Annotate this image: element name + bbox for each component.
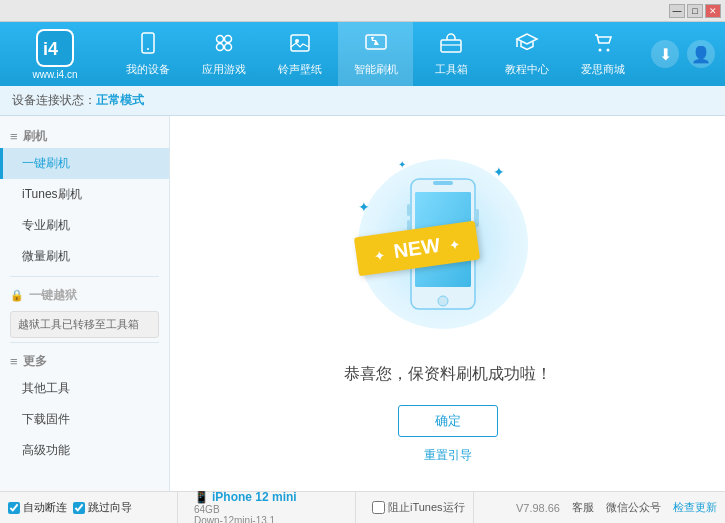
nav-my-device-label: 我的设备 — [126, 62, 170, 77]
device-name-text: iPhone 12 mini — [212, 490, 297, 504]
sidebar-item-download-fw[interactable]: 下载固件 — [0, 404, 169, 435]
nav-apps-icon — [212, 31, 236, 59]
stop-itunes-checkbox[interactable] — [372, 501, 385, 514]
auto-reconnect-checkbox[interactable] — [8, 502, 20, 514]
nav-wallpaper-label: 铃声壁纸 — [278, 62, 322, 77]
other-tools-label: 其他工具 — [22, 380, 70, 397]
maximize-button[interactable]: □ — [687, 4, 703, 18]
nav-item-tutorial[interactable]: 教程中心 — [489, 22, 565, 86]
jailbreak-label: 一键越狱 — [29, 287, 77, 304]
svg-point-5 — [224, 36, 231, 43]
stop-itunes: 阻止iTunes运行 — [364, 492, 474, 523]
retry-link[interactable]: 重置引导 — [424, 447, 472, 464]
nav-item-shop[interactable]: 爱思商城 — [565, 22, 641, 86]
nav-my-device-icon — [136, 31, 160, 59]
bottom-bar: 自动断连 跳过向导 📱 iPhone 12 mini 64GB Down-12m… — [0, 491, 725, 523]
skip-guide-checkbox[interactable] — [73, 502, 85, 514]
sidebar-item-pro-flash[interactable]: 专业刷机 — [0, 210, 169, 241]
nav-item-wallpaper[interactable]: 铃声壁纸 — [262, 22, 338, 86]
success-message: 恭喜您，保资料刷机成功啦！ — [344, 364, 552, 385]
nav-item-apps[interactable]: 应用游戏 — [186, 22, 262, 86]
sidebar-section-jailbreak: 🔒 一键越狱 — [0, 281, 169, 307]
new-badge-text: NEW — [392, 233, 441, 261]
nav-toolbox-icon — [439, 31, 463, 59]
svg-rect-11 — [441, 40, 461, 52]
status-value: 正常模式 — [96, 92, 144, 109]
itunes-flash-label: iTunes刷机 — [22, 186, 82, 203]
nav-item-smart-flash[interactable]: 智能刷机 — [338, 22, 414, 86]
nav-wallpaper-icon — [288, 31, 312, 59]
auto-reconnect-checkbox-item[interactable]: 自动断连 — [8, 500, 67, 515]
skip-guide-label: 跳过向导 — [88, 500, 132, 515]
nav-toolbox-label: 工具箱 — [435, 62, 468, 77]
nav-smart-flash-icon — [364, 31, 388, 59]
service-link[interactable]: 客服 — [572, 500, 594, 515]
advanced-label: 高级功能 — [22, 442, 70, 459]
success-visual: ✦ ✦ ✦ — [348, 144, 548, 344]
device-section: 📱 iPhone 12 mini 64GB Down-12mini-13,1 — [186, 492, 356, 523]
sparkle-1: ✦ — [493, 164, 505, 180]
device-model: Down-12mini-13,1 — [194, 515, 347, 524]
minimize-button[interactable]: — — [669, 4, 685, 18]
wechat-link[interactable]: 微信公众号 — [606, 500, 661, 515]
sidebar-item-advanced[interactable]: 高级功能 — [0, 435, 169, 466]
title-bar: — □ ✕ — [0, 0, 725, 22]
svg-point-7 — [224, 44, 231, 51]
more-section-icon: ≡ — [10, 354, 18, 369]
close-button[interactable]: ✕ — [705, 4, 721, 18]
logo-icon: i4 — [36, 29, 74, 67]
sidebar-item-one-click-flash[interactable]: 一键刷机 — [0, 148, 169, 179]
sidebar-item-downg-flash[interactable]: 微量刷机 — [0, 241, 169, 272]
nav-right: ⬇ 👤 — [641, 22, 725, 86]
svg-rect-21 — [407, 204, 410, 216]
lock-icon: 🔒 — [10, 289, 24, 302]
sidebar-divider-2 — [10, 342, 159, 343]
sidebar-section-more: ≡ 更多 — [0, 347, 169, 373]
svg-rect-20 — [475, 209, 479, 227]
one-click-flash-label: 一键刷机 — [22, 155, 70, 172]
device-name: 📱 iPhone 12 mini — [194, 490, 347, 504]
svg-text:i4: i4 — [43, 39, 58, 59]
phone-small-icon: 📱 — [194, 490, 209, 504]
check-update-link[interactable]: 检查更新 — [673, 500, 717, 515]
pro-flash-label: 专业刷机 — [22, 217, 70, 234]
svg-point-3 — [147, 48, 149, 50]
sidebar-item-other-tools[interactable]: 其他工具 — [0, 373, 169, 404]
stop-itunes-label: 阻止iTunes运行 — [388, 500, 465, 515]
downg-flash-label: 微量刷机 — [22, 248, 70, 265]
svg-point-6 — [216, 44, 223, 51]
content-area: ✦ ✦ ✦ — [170, 116, 725, 491]
logo-text: www.i4.cn — [32, 69, 77, 80]
nav-logo: i4 www.i4.cn — [0, 22, 110, 86]
nav-apps-label: 应用游戏 — [202, 62, 246, 77]
svg-rect-18 — [433, 181, 453, 185]
nav-shop-label: 爱思商城 — [581, 62, 625, 77]
sidebar-item-itunes-flash[interactable]: iTunes刷机 — [0, 179, 169, 210]
device-storage: 64GB — [194, 504, 347, 515]
nav-item-my-device[interactable]: 我的设备 — [110, 22, 186, 86]
nav-smart-flash-label: 智能刷机 — [354, 62, 398, 77]
skip-guide-checkbox-item[interactable]: 跳过向导 — [73, 500, 132, 515]
user-button[interactable]: 👤 — [687, 40, 715, 68]
status-label: 设备连接状态： — [12, 92, 96, 109]
nav-item-toolbox[interactable]: 工具箱 — [413, 22, 489, 86]
bottom-left: 自动断连 跳过向导 — [8, 492, 178, 523]
version-text: V7.98.66 — [516, 502, 560, 514]
confirm-button[interactable]: 确定 — [398, 405, 498, 437]
more-section-label: 更多 — [23, 353, 47, 370]
sidebar-divider-1 — [10, 276, 159, 277]
main-area: ≡ 刷机 一键刷机 iTunes刷机 专业刷机 微量刷机 🔒 一键越狱 越狱工具… — [0, 116, 725, 491]
jailbreak-notice: 越狱工具已转移至工具箱 — [10, 311, 159, 338]
nav-items: 我的设备 应用游戏 铃声壁纸 — [110, 22, 641, 86]
download-button[interactable]: ⬇ — [651, 40, 679, 68]
bottom-right: V7.98.66 客服 微信公众号 检查更新 — [482, 500, 717, 515]
sidebar: ≡ 刷机 一键刷机 iTunes刷机 专业刷机 微量刷机 🔒 一键越狱 越狱工具… — [0, 116, 170, 491]
svg-rect-8 — [291, 35, 309, 51]
sparkle-3: ✦ — [398, 159, 406, 170]
sidebar-section-flash: ≡ 刷机 — [0, 122, 169, 148]
jailbreak-notice-text: 越狱工具已转移至工具箱 — [18, 318, 139, 330]
svg-point-13 — [599, 49, 602, 52]
auto-reconnect-label: 自动断连 — [23, 500, 67, 515]
sparkle-2: ✦ — [358, 199, 370, 215]
nav-bar: i4 www.i4.cn 我的设备 — [0, 22, 725, 86]
